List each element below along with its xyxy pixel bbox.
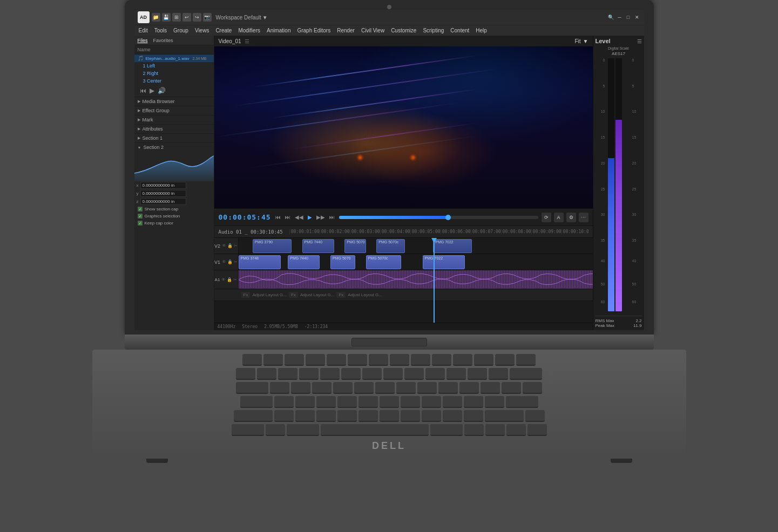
- key-fn[interactable]: [464, 424, 484, 436]
- settings-icon[interactable]: ⚙: [566, 213, 576, 222]
- save-icon[interactable]: 💾: [162, 13, 171, 22]
- scissors-icon[interactable]: ✂: [233, 277, 237, 282]
- key-down[interactable]: [506, 424, 526, 436]
- key-m[interactable]: [401, 410, 420, 422]
- clip-v1-5[interactable]: PMG 7022: [423, 255, 465, 269]
- key-enter[interactable]: [506, 396, 538, 408]
- key-q[interactable]: [270, 382, 289, 394]
- menu-graph-editors[interactable]: Graph Editors: [297, 28, 330, 33]
- eye-icon[interactable]: 👁: [222, 260, 226, 264]
- pb-rev-button[interactable]: ◀◀: [294, 214, 305, 220]
- workspace-label[interactable]: Workspace Default ▼: [216, 15, 268, 21]
- key-f10[interactable]: [453, 354, 472, 366]
- menu-customize[interactable]: Customize: [391, 28, 416, 33]
- loop-icon[interactable]: ⟳: [542, 213, 551, 222]
- list-item-right[interactable]: 2 Right: [134, 70, 214, 77]
- text-icon[interactable]: A: [554, 213, 564, 222]
- key-backtick[interactable]: [236, 368, 255, 380]
- pb-start-button[interactable]: ⏮: [274, 214, 282, 220]
- clip-v2-1[interactable]: PMG 3790: [253, 239, 292, 253]
- prev-button[interactable]: ⏮: [140, 87, 146, 94]
- menu-animation[interactable]: Animation: [267, 28, 290, 33]
- play-button[interactable]: ▶: [150, 87, 154, 94]
- key-esc[interactable]: [242, 354, 262, 366]
- key-minus[interactable]: [468, 368, 487, 380]
- key-f12[interactable]: [495, 354, 515, 366]
- key-f2[interactable]: [285, 354, 304, 366]
- minimize-button[interactable]: ─: [616, 13, 624, 21]
- key-h[interactable]: [380, 396, 399, 408]
- tab-favorites[interactable]: Favorites: [153, 38, 173, 43]
- menu-edit[interactable]: Edit: [139, 28, 148, 33]
- key-lwin[interactable]: [266, 424, 285, 436]
- list-item-center[interactable]: 3 Center: [134, 77, 214, 85]
- key-8[interactable]: [404, 368, 424, 380]
- menu-modifiers[interactable]: Modifiers: [238, 28, 260, 33]
- key-period[interactable]: [443, 410, 462, 422]
- menu-create[interactable]: Create: [215, 28, 232, 33]
- section-attributes[interactable]: ▶ Attributes: [134, 124, 214, 133]
- clip-v2-5[interactable]: PMG 7022: [433, 239, 472, 253]
- clip-v2-2[interactable]: PMG 7440: [302, 239, 334, 253]
- key-2[interactable]: [278, 368, 297, 380]
- close-button[interactable]: ✕: [633, 13, 641, 21]
- section-mark[interactable]: ▶ Mark: [134, 115, 214, 124]
- key-n[interactable]: [380, 410, 399, 422]
- pb-prev-button[interactable]: ⏭: [284, 214, 292, 220]
- key-backslash[interactable]: [523, 382, 542, 394]
- progress-bar[interactable]: [339, 216, 538, 219]
- level-menu-icon[interactable]: ☰: [637, 38, 642, 44]
- key-a[interactable]: [274, 396, 294, 408]
- key-7[interactable]: [383, 368, 403, 380]
- section-section2[interactable]: ▼ Section 2: [134, 142, 214, 152]
- key-0[interactable]: [446, 368, 466, 380]
- key-semicolon[interactable]: [464, 396, 483, 408]
- key-lalt[interactable]: [287, 424, 319, 436]
- key-left[interactable]: [485, 424, 505, 436]
- show-section-cap-check[interactable]: ✓ Show section cap: [134, 206, 214, 213]
- key-d[interactable]: [316, 396, 336, 408]
- key-f6[interactable]: [369, 354, 388, 366]
- y-input[interactable]: [140, 190, 186, 197]
- key-j[interactable]: [401, 396, 420, 408]
- grid-icon[interactable]: ⊞: [172, 13, 181, 22]
- key-f[interactable]: [337, 396, 357, 408]
- key-tab[interactable]: [236, 382, 268, 394]
- pb-play-button[interactable]: ▶: [307, 214, 313, 220]
- key-g[interactable]: [358, 396, 378, 408]
- key-5[interactable]: [341, 368, 361, 380]
- scissors-icon[interactable]: ✂: [234, 260, 238, 264]
- menu-civil-view[interactable]: Civil View: [361, 28, 384, 33]
- key-rbracket[interactable]: [502, 382, 521, 394]
- key-f11[interactable]: [474, 354, 493, 366]
- key-ralt[interactable]: [430, 424, 463, 436]
- key-z[interactable]: [274, 410, 294, 422]
- key-i[interactable]: [417, 382, 437, 394]
- key-6[interactable]: [362, 368, 382, 380]
- menu-tools[interactable]: Tools: [154, 28, 167, 33]
- undo-icon[interactable]: ↩: [182, 13, 191, 22]
- maximize-button[interactable]: □: [625, 13, 632, 21]
- key-f7[interactable]: [390, 354, 409, 366]
- key-x[interactable]: [295, 410, 315, 422]
- tab-files[interactable]: Files: [138, 38, 148, 43]
- key-s[interactable]: [295, 396, 315, 408]
- key-f9[interactable]: [432, 354, 451, 366]
- scissors-icon[interactable]: ✂: [234, 243, 238, 248]
- menu-content[interactable]: Content: [450, 28, 469, 33]
- clip-v2-3[interactable]: PMG 5070: [344, 239, 366, 253]
- lock-icon[interactable]: 🔒: [227, 277, 232, 282]
- key-p[interactable]: [459, 382, 479, 394]
- key-comma[interactable]: [422, 410, 441, 422]
- key-f8[interactable]: [411, 354, 430, 366]
- camera-icon[interactable]: 📷: [203, 13, 212, 22]
- key-c[interactable]: [316, 410, 336, 422]
- redo-icon[interactable]: ↪: [193, 13, 201, 22]
- progress-handle[interactable]: [445, 215, 451, 220]
- key-lctrl[interactable]: [232, 424, 264, 436]
- key-f3[interactable]: [306, 354, 325, 366]
- pb-end-button[interactable]: ⏭: [328, 214, 336, 220]
- clip-v1-3[interactable]: PMG 5070: [330, 255, 355, 269]
- touchpad[interactable]: [351, 338, 427, 346]
- playhead[interactable]: [434, 238, 435, 323]
